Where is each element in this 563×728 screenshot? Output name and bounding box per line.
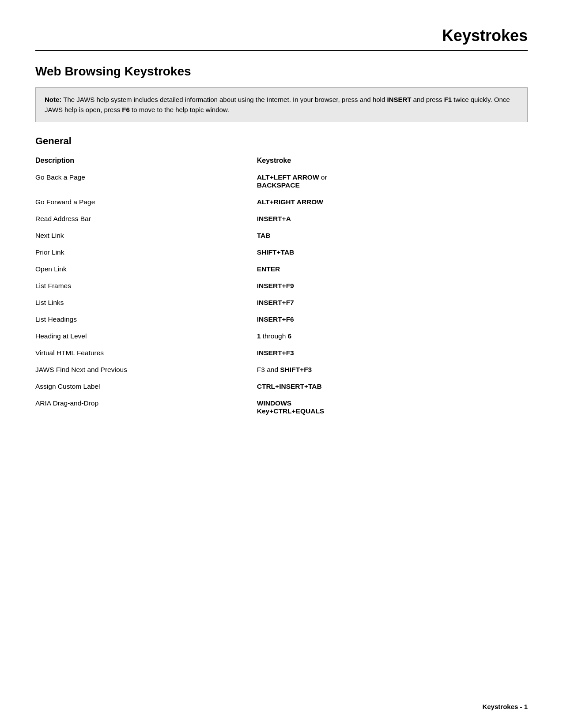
table-header-row: Description Keystroke (35, 154, 528, 169)
row-description: Heading at Level (35, 328, 257, 345)
row-description: List Frames (35, 278, 257, 294)
row-keystroke: ENTER (257, 261, 528, 278)
table-row: Open LinkENTER (35, 261, 528, 278)
row-description: Next Link (35, 227, 257, 244)
col-header-description: Description (35, 154, 257, 169)
table-row: Go Back a PageALT+LEFT ARROW orBACKSPACE (35, 169, 528, 194)
row-keystroke: INSERT+F9 (257, 278, 528, 294)
row-keystroke: INSERT+F7 (257, 294, 528, 311)
table-row: List LinksINSERT+F7 (35, 294, 528, 311)
note-bold-2: F1 (444, 96, 452, 103)
row-description: Go Forward a Page (35, 194, 257, 210)
note-bold-1: INSERT (387, 96, 411, 103)
row-description: Assign Custom Label (35, 378, 257, 395)
table-row: Go Forward a PageALT+RIGHT ARROW (35, 194, 528, 210)
row-keystroke: F3 and SHIFT+F3 (257, 361, 528, 378)
row-description: Open Link (35, 261, 257, 278)
note-text-2: and press (411, 96, 444, 103)
row-description: Virtual HTML Features (35, 345, 257, 361)
row-description: List Links (35, 294, 257, 311)
row-description: JAWS Find Next and Previous (35, 361, 257, 378)
row-keystroke: INSERT+F3 (257, 345, 528, 361)
row-description: ARIA Drag-and-Drop (35, 395, 257, 420)
row-description: List Headings (35, 311, 257, 328)
table-row: Read Address BarINSERT+A (35, 210, 528, 227)
keystroke-table: Description Keystroke Go Back a PageALT+… (35, 154, 528, 420)
row-description: Read Address Bar (35, 210, 257, 227)
page-title: Keystrokes (442, 26, 528, 45)
row-keystroke: WINDOWSKey+CTRL+EQUALS (257, 395, 528, 420)
note-bold-3: F6 (122, 106, 130, 113)
col-header-keystroke: Keystroke (257, 154, 528, 169)
table-row: Assign Custom LabelCTRL+INSERT+TAB (35, 378, 528, 395)
row-keystroke: 1 through 6 (257, 328, 528, 345)
table-row: JAWS Find Next and PreviousF3 and SHIFT+… (35, 361, 528, 378)
table-row: Virtual HTML FeaturesINSERT+F3 (35, 345, 528, 361)
note-text-4: to move to the help topic window. (130, 106, 229, 113)
note-label: Note: (45, 96, 61, 103)
page-footer: Keystrokes - 1 (482, 703, 528, 710)
row-description: Prior Link (35, 244, 257, 261)
general-heading: General (35, 135, 528, 147)
page-title-section: Keystrokes (35, 26, 528, 51)
section-heading: Web Browsing Keystrokes (35, 64, 528, 79)
table-row: List HeadingsINSERT+F6 (35, 311, 528, 328)
row-keystroke: ALT+LEFT ARROW orBACKSPACE (257, 169, 528, 194)
row-keystroke: ALT+RIGHT ARROW (257, 194, 528, 210)
row-keystroke: INSERT+A (257, 210, 528, 227)
table-row: Heading at Level1 through 6 (35, 328, 528, 345)
table-row: List FramesINSERT+F9 (35, 278, 528, 294)
note-text-1: The JAWS help system includes detailed i… (63, 96, 387, 103)
row-keystroke: INSERT+F6 (257, 311, 528, 328)
note-box: Note: The JAWS help system includes deta… (35, 87, 528, 122)
row-description: Go Back a Page (35, 169, 257, 194)
row-keystroke: SHIFT+TAB (257, 244, 528, 261)
table-row: Prior LinkSHIFT+TAB (35, 244, 528, 261)
table-row: Next LinkTAB (35, 227, 528, 244)
table-row: ARIA Drag-and-DropWINDOWSKey+CTRL+EQUALS (35, 395, 528, 420)
row-keystroke: CTRL+INSERT+TAB (257, 378, 528, 395)
row-keystroke: TAB (257, 227, 528, 244)
